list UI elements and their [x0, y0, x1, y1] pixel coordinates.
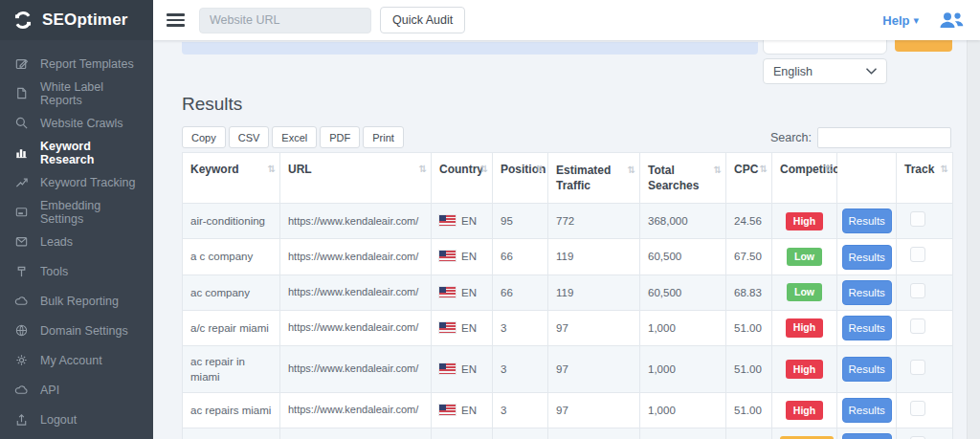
results-cell: Results — [837, 239, 897, 274]
sort-icon[interactable] — [536, 164, 544, 174]
sidebar-item-api[interactable]: API — [0, 375, 153, 405]
search-input[interactable] — [817, 127, 951, 148]
sidebar-item-label: Website Crawls — [40, 117, 123, 130]
position-cell: 3 — [493, 310, 548, 345]
sidebar-item-white-label-reports[interactable]: White Label Reports — [0, 78, 153, 108]
table-row: miami ac repair https://www.kendaleair.c… — [183, 428, 953, 439]
sidebar-item-website-crawls[interactable]: Website Crawls — [0, 108, 153, 138]
column-header-url[interactable]: URL — [280, 153, 432, 204]
sidebar-item-embedding-settings[interactable]: Embedding Settings — [0, 197, 153, 227]
results-button[interactable]: Results — [842, 245, 892, 270]
results-button[interactable]: Results — [842, 433, 892, 439]
menu-toggle-icon[interactable] — [167, 11, 185, 30]
track-cell — [897, 392, 953, 428]
sidebar-item-keyword-tracking[interactable]: Keyword Tracking — [0, 167, 153, 197]
estimated-traffic-cell: 97 — [548, 392, 640, 428]
results-button[interactable]: Results — [842, 357, 892, 382]
language-select[interactable]: English — [763, 58, 887, 84]
website-url-input[interactable] — [199, 8, 371, 33]
results-button[interactable]: Results — [842, 398, 892, 423]
results-button[interactable]: Results — [842, 280, 892, 305]
sort-icon[interactable] — [941, 164, 948, 174]
help-menu[interactable]: Help — [882, 13, 919, 28]
sidebar-item-label: Tools — [40, 265, 68, 278]
brand-logo[interactable]: SEOptimer — [0, 0, 153, 40]
sidebar-item-logout[interactable]: Logout — [0, 405, 153, 434]
estimated-traffic-cell: 97 — [548, 345, 640, 392]
url-cell: https://www.kendaleair.com/ — [280, 392, 432, 428]
users-icon[interactable] — [938, 11, 965, 30]
sort-icon[interactable] — [628, 164, 635, 177]
sort-icon[interactable] — [825, 164, 833, 174]
document-icon — [14, 86, 29, 100]
sort-icon[interactable] — [419, 164, 427, 174]
keyword-cell: ac repair in miami — [183, 345, 280, 392]
search-submit-button-cutoff[interactable] — [895, 40, 952, 52]
table-row: ac company https://www.kendaleair.com/ E… — [183, 274, 953, 310]
sort-icon[interactable] — [760, 164, 768, 174]
track-checkbox[interactable] — [910, 211, 925, 227]
copy-button[interactable]: Copy — [182, 126, 226, 148]
table-search: Search: — [770, 127, 951, 148]
print-button[interactable]: Print — [363, 126, 404, 148]
competition-cell: High — [772, 204, 837, 239]
sort-icon[interactable] — [714, 164, 722, 177]
column-header-estimated-traffic[interactable]: Estimated Traffic — [548, 153, 640, 204]
country-cell: EN — [432, 204, 493, 239]
column-header-track[interactable]: Track — [897, 153, 953, 204]
track-cell — [897, 428, 953, 439]
total-searches-cell: 1,000 — [640, 392, 726, 428]
competition-badge: Low — [787, 283, 822, 302]
search-label: Search: — [770, 131, 812, 144]
track-checkbox[interactable] — [910, 401, 925, 416]
column-header-competition[interactable]: Competition — [772, 153, 837, 204]
column-header-results — [837, 153, 897, 204]
results-cell: Results — [837, 428, 897, 439]
search-icon — [14, 116, 29, 130]
location-input-cutoff[interactable] — [763, 40, 887, 55]
column-header-cpc[interactable]: CPC — [726, 153, 772, 204]
sidebar-item-report-templates[interactable]: Report Templates — [0, 49, 153, 78]
sidebar-item-domain-settings[interactable]: Domain Settings — [0, 316, 153, 345]
keyword-results-table: Keyword URL Country Position Estimated T… — [182, 152, 952, 439]
cloud-icon — [14, 383, 29, 397]
sidebar-item-label: Keyword Research — [40, 140, 139, 166]
sidebar-item-bulk-reporting[interactable]: Bulk Reporting — [0, 286, 153, 316]
estimated-traffic-cell: 119 — [548, 274, 640, 310]
results-button[interactable]: Results — [842, 316, 892, 340]
table-row: ac repairs miami https://www.kendaleair.… — [183, 392, 953, 428]
sidebar-item-leads[interactable]: Leads — [0, 227, 153, 256]
excel-button[interactable]: Excel — [272, 126, 317, 148]
pdf-button[interactable]: PDF — [320, 126, 360, 148]
track-cell — [897, 204, 953, 239]
table-row: a c company https://www.kendaleair.com/ … — [183, 239, 953, 274]
sort-icon[interactable] — [480, 164, 488, 174]
keyword-input-cutoff[interactable] — [182, 42, 758, 55]
quick-audit-button[interactable]: Quick Audit — [380, 7, 465, 33]
sidebar-item-keyword-research[interactable]: Keyword Research — [0, 138, 153, 167]
cpc-cell: 51.00 — [726, 392, 772, 428]
total-searches-cell: 1,300 — [640, 428, 726, 439]
sidebar-item-label: White Label Reports — [40, 80, 139, 107]
competition-badge: High — [786, 318, 823, 338]
column-header-position[interactable]: Position — [493, 153, 548, 204]
results-button[interactable]: Results — [842, 209, 892, 233]
column-header-total-searches[interactable]: Total Searches — [640, 153, 726, 204]
track-checkbox[interactable] — [910, 318, 925, 334]
column-header-keyword[interactable]: Keyword — [183, 153, 280, 204]
sidebar-item-label: Keyword Tracking — [40, 176, 135, 189]
column-header-country[interactable]: Country — [432, 153, 493, 204]
country-cell: EN — [432, 310, 493, 345]
csv-button[interactable]: CSV — [229, 126, 270, 148]
vertical-scrollbar[interactable] — [967, 40, 980, 439]
envelope-icon — [14, 234, 29, 249]
country-cell: EN — [432, 274, 493, 310]
track-checkbox[interactable] — [910, 283, 925, 298]
sort-icon[interactable] — [268, 164, 276, 174]
sidebar-item-tools[interactable]: Tools — [0, 256, 153, 286]
track-checkbox[interactable] — [910, 247, 925, 262]
table-header-row: Keyword URL Country Position Estimated T… — [183, 153, 953, 204]
sidebar-item-my-account[interactable]: My Account — [0, 345, 153, 375]
track-checkbox[interactable] — [910, 360, 925, 375]
country-cell: EN — [432, 392, 493, 428]
